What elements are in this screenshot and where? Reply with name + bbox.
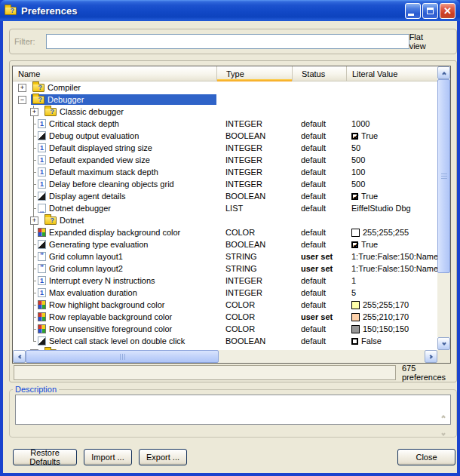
flat-view-toggle[interactable]: Flat view bbox=[409, 32, 442, 51]
vertical-scroll-thumb[interactable] bbox=[437, 79, 450, 273]
tree-folder-row[interactable]: +Classic debugger bbox=[13, 106, 437, 118]
tree-indent bbox=[18, 214, 30, 226]
row-label-wrap: Row unsensitive foreground color bbox=[36, 324, 216, 334]
checkbox-icon[interactable] bbox=[351, 338, 358, 345]
name-cell: Row highlight background color bbox=[13, 299, 216, 311]
horizontal-scroll-thumb[interactable] bbox=[26, 350, 219, 363]
pref-row[interactable]: Grid column layout2STRINGuser set1:True:… bbox=[13, 263, 437, 275]
row-label-wrap: Select call stack level on double click bbox=[36, 336, 216, 346]
value-text: 150;150;150 bbox=[363, 324, 409, 333]
maximize-button[interactable] bbox=[422, 3, 438, 19]
scroll-left-button[interactable] bbox=[13, 350, 26, 363]
pref-row[interactable]: Row highlight background colorCOLORdefau… bbox=[13, 299, 437, 311]
name-cell: Max evaluation duration bbox=[13, 287, 216, 299]
tree-folder-row[interactable]: +Compiler bbox=[13, 81, 437, 94]
value-cell: 100 bbox=[346, 166, 437, 178]
expander-icon[interactable]: + bbox=[30, 217, 38, 225]
export-button[interactable]: Export ... bbox=[139, 449, 187, 465]
scroll-right-button[interactable] bbox=[425, 350, 437, 363]
type-cell: INTEGER bbox=[216, 287, 292, 299]
value-cell: EiffelStudio Dbg bbox=[346, 202, 437, 214]
pref-row[interactable]: Default expanded view sizeINTEGERdefault… bbox=[13, 154, 437, 166]
pref-name: Generating type evaluation bbox=[49, 240, 148, 249]
integer-icon bbox=[38, 143, 46, 152]
scroll-down-button[interactable] bbox=[437, 337, 450, 350]
pref-name: Display agent details bbox=[49, 192, 126, 201]
value-text: 1000 bbox=[351, 119, 370, 128]
value-cell: ✔True bbox=[346, 190, 437, 202]
expander-icon[interactable]: + bbox=[18, 84, 26, 92]
expander-icon[interactable]: + bbox=[30, 108, 38, 116]
type-cell: INTEGER bbox=[216, 178, 292, 190]
tree-folder-row[interactable]: −Debugger bbox=[13, 94, 437, 106]
tree-folder-row[interactable]: +Dotnet bbox=[13, 214, 437, 226]
checkbox-icon[interactable]: ✔ bbox=[351, 193, 358, 200]
minimize-button[interactable] bbox=[405, 3, 421, 19]
restore-defaults-button[interactable]: Restore Defaults bbox=[13, 449, 77, 465]
pref-row[interactable]: Dotnet debuggerLISTdefaultEiffelStudio D… bbox=[13, 202, 437, 214]
column-header-type[interactable]: Type bbox=[216, 66, 292, 81]
tree-branch bbox=[18, 299, 36, 311]
type-cell: STRING bbox=[216, 250, 292, 263]
pref-row[interactable]: Critical stack depthINTEGERdefault1000 bbox=[13, 118, 437, 130]
name-cell: Critical stack depth bbox=[13, 118, 216, 130]
description-text[interactable] bbox=[15, 395, 451, 425]
row-label-wrap: Interrupt every N instructions bbox=[36, 275, 216, 286]
grid-side bbox=[437, 66, 450, 363]
column-header-literal-value[interactable]: Literal Value bbox=[346, 66, 437, 81]
close-window-button[interactable]: ✕ bbox=[440, 3, 455, 19]
pref-name: Interrupt every N instructions bbox=[49, 276, 155, 285]
type-cell bbox=[216, 94, 292, 106]
pref-row[interactable]: Row unsensitive foreground colorCOLORdef… bbox=[13, 323, 437, 335]
pref-row[interactable]: Interrupt every N instructionsINTEGERdef… bbox=[13, 275, 437, 287]
horizontal-scrollbar[interactable] bbox=[13, 350, 437, 363]
value-cell: 1000 bbox=[346, 118, 437, 130]
name-cell: Row unsensitive foreground color bbox=[13, 323, 216, 335]
status-cell: user set bbox=[292, 250, 346, 263]
status-cell: default bbox=[292, 142, 346, 154]
name-cell: −Debugger bbox=[13, 94, 216, 106]
titlebar: Preferences ✕ bbox=[0, 0, 460, 21]
row-label-wrap: Default expanded view size bbox=[36, 155, 216, 165]
row-label-wrap: Display agent details bbox=[36, 191, 216, 201]
boolean-icon bbox=[38, 192, 46, 201]
value-cell bbox=[346, 94, 437, 106]
import-button[interactable]: Import ... bbox=[84, 449, 132, 465]
pref-row[interactable]: Select call stack level on double clickB… bbox=[13, 335, 437, 347]
pref-row[interactable]: Default displayed string sizeINTEGERdefa… bbox=[13, 142, 437, 154]
pref-name: Row unsensitive foreground color bbox=[49, 324, 172, 333]
pref-row[interactable]: Delay before cleaning objects gridINTEGE… bbox=[13, 178, 437, 190]
status-cell: default bbox=[292, 287, 346, 299]
value-text: 5 bbox=[351, 288, 356, 297]
scroll-up-button[interactable] bbox=[437, 66, 450, 79]
horizontal-scroll-track[interactable] bbox=[26, 350, 425, 363]
pref-row[interactable]: Expanded display background colorCOLORde… bbox=[13, 226, 437, 238]
column-header-status[interactable]: Status bbox=[292, 66, 346, 81]
filter-input[interactable] bbox=[46, 34, 409, 49]
pref-row[interactable]: Debug output evaluationBOOLEANdefault✔Tr… bbox=[13, 130, 437, 142]
row-label-wrap: Dotnet debugger bbox=[36, 203, 216, 213]
expander-icon[interactable]: − bbox=[18, 96, 26, 104]
pref-row[interactable]: Display agent detailsBOOLEANdefault✔True bbox=[13, 190, 437, 202]
value-cell: 1 bbox=[346, 275, 437, 287]
preferences-grid: Name Type Status Literal Value +Compiler… bbox=[12, 66, 451, 364]
checkbox-icon[interactable]: ✔ bbox=[351, 241, 358, 248]
checkbox-icon[interactable]: ✔ bbox=[351, 133, 358, 140]
grid-main: Name Type Status Literal Value +Compiler… bbox=[13, 66, 437, 363]
column-header-name[interactable]: Name bbox=[13, 66, 216, 81]
close-icon: ✕ bbox=[443, 6, 452, 16]
close-button[interactable]: Close bbox=[397, 449, 455, 465]
vertical-scroll-track[interactable] bbox=[437, 79, 450, 337]
pref-row[interactable]: Max evaluation durationINTEGERdefault5 bbox=[13, 287, 437, 299]
pref-row[interactable]: Row replayable background colorCOLORuser… bbox=[13, 311, 437, 323]
chevron-up-icon bbox=[442, 72, 446, 76]
type-cell: INTEGER bbox=[216, 154, 292, 166]
pref-name: Delay before cleaning objects grid bbox=[49, 180, 174, 189]
row-label-wrap: Classic debugger bbox=[43, 106, 216, 117]
status-cell bbox=[292, 94, 346, 106]
tree-indent bbox=[18, 106, 30, 118]
pref-row[interactable]: Default maximum stack depthINTEGERdefaul… bbox=[13, 166, 437, 178]
pref-row[interactable]: Generating type evaluationBOOLEANdefault… bbox=[13, 238, 437, 250]
status-cell: default bbox=[292, 166, 346, 178]
pref-row[interactable]: Grid column layout1STRINGuser set1:True:… bbox=[13, 250, 437, 263]
